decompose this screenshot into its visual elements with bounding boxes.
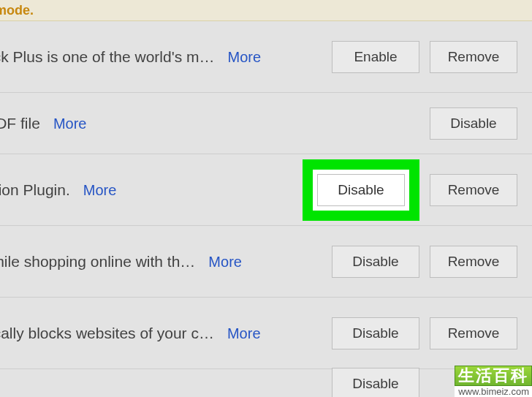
extension-description: …ns while shopping online with th… — [0, 253, 195, 271]
extensions-list: …dblock Plus is one of the world's m… Mo… — [0, 21, 532, 397]
remove-button[interactable]: Remove — [430, 41, 517, 73]
disable-button[interactable]: Disable — [332, 368, 419, 397]
extension-description: …be PDF file — [0, 115, 40, 132]
enable-button[interactable]: Enable — [332, 41, 419, 73]
more-link[interactable]: More — [227, 325, 261, 342]
more-link[interactable]: More — [83, 182, 117, 199]
extension-row: …dblock Plus is one of the world's m… Mo… — [0, 21, 532, 93]
extension-row: …ns while shopping online with th… More … — [0, 226, 532, 298]
more-link[interactable]: More — [208, 254, 242, 271]
extension-description: …dblock Plus is one of the world's m… — [0, 48, 215, 66]
disable-button[interactable]: Disable — [332, 317, 419, 349]
disable-button[interactable]: Disable — [332, 246, 419, 278]
info-banner: …e mode. — [0, 0, 532, 21]
more-link[interactable]: More — [228, 49, 262, 66]
tutorial-highlight: Disable — [303, 159, 419, 221]
extension-row: …be PDF file More Disable — [0, 93, 532, 154]
extension-description: …matically blocks websites of your c… — [0, 325, 214, 342]
info-banner-text: …e mode. — [0, 3, 34, 18]
disable-button[interactable]: Disable — [430, 107, 517, 140]
extension-row: …putation Plugin. More Disable Remove — [0, 154, 532, 226]
more-link[interactable]: More — [53, 116, 87, 132]
remove-button[interactable]: Remove — [430, 174, 517, 206]
remove-button[interactable]: Remove — [430, 317, 517, 349]
remove-button[interactable]: Remove — [430, 246, 517, 278]
extension-row: …matically blocks websites of your c… Mo… — [0, 298, 532, 369]
extension-row: Disable — [0, 369, 532, 397]
extension-description: …putation Plugin. — [0, 181, 70, 199]
disable-button[interactable]: Disable — [317, 174, 405, 206]
